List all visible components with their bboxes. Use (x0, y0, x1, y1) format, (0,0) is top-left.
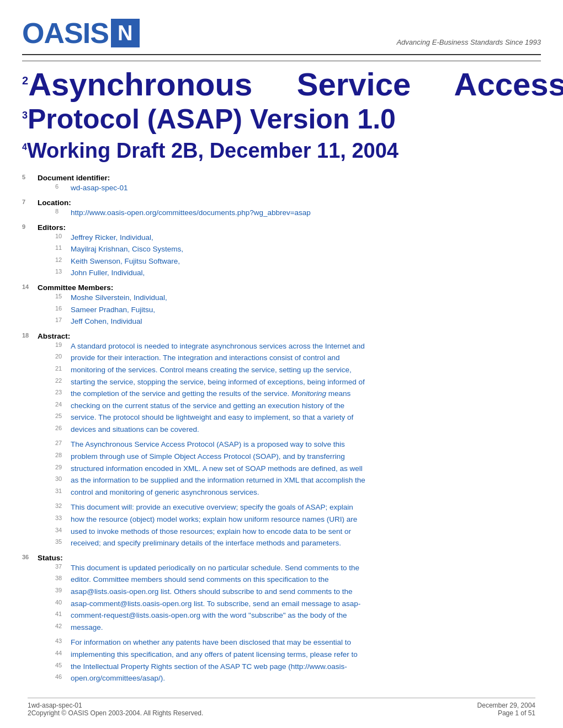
status-line: 40asap-comment@lists.oasis-open.org list… (55, 598, 541, 610)
abstract-line: 30as the information to be supplied and … (55, 474, 541, 486)
footer-page: Page 1 of 51 (477, 709, 535, 717)
line-num-committee: 15 (55, 292, 71, 304)
editor-item: 13John Fuller, Individual, (55, 267, 541, 279)
line-num-abstract: 32 (55, 501, 71, 513)
line-num-3: 3 (22, 110, 28, 121)
doc-identifier-value: 6 wd-asap-spec-01 (22, 182, 541, 194)
sub-title: 3Protocol (ASAP) Version 1.0 (22, 105, 541, 134)
location-row: 8 http://www.oasis-open.org/committees/d… (55, 207, 541, 219)
line-num-editor: 10 (55, 232, 71, 244)
abstract-line: 27The Asynchronous Service Access Protoc… (55, 438, 541, 451)
committee-list: 15Moshe Silverstein, Individual,16Sameer… (22, 292, 541, 328)
abstract-line: 29structured information encoded in XML.… (55, 463, 541, 475)
editors-label: 9Editors: (22, 223, 541, 232)
line-num-abstract: 33 (55, 513, 71, 526)
editors-section: 9Editors: 10Jeffrey Ricker, Individual, … (22, 223, 541, 279)
location-section: 7Location: 8 http://www.oasis-open.org/c… (22, 199, 541, 219)
status-line: 38editor. Committee members should send … (55, 574, 541, 586)
doc-identifier-section: 5Document identifier: 6 wd-asap-spec-01 (22, 174, 541, 194)
editor-item: 10Jeffrey Ricker, Individual, (55, 232, 541, 244)
line-num-14: 14 (22, 283, 38, 290)
abstract-line: 33how the resource (object) model works;… (55, 513, 541, 526)
abstract-line: 22starting the service, stopping the ser… (55, 376, 541, 388)
editor-item: 11Mayilraj Krishnan, Cisco Systems, (55, 243, 541, 255)
footer-doc-id: 1wd-asap-spec-01 (28, 702, 203, 709)
working-draft-title: 4Working Draft 2B, December 11, 2004 (22, 139, 541, 163)
abstract-line: 19A standard protocol is needed to integ… (55, 340, 541, 352)
line-num-status: 43 (55, 636, 71, 649)
line-num-status: 40 (55, 598, 71, 610)
page-header: OASIS N Advancing E-Business Standards S… (22, 17, 541, 55)
line-num-editor: 13 (55, 267, 71, 279)
line-num-abstract: 30 (55, 474, 71, 486)
committee-label: 14Committee Members: (22, 283, 541, 292)
line-num-status: 46 (55, 672, 71, 684)
status-label: 36Status: (22, 554, 541, 562)
doc-identifier-label: 5Document identifier: (22, 174, 541, 182)
logo-symbol: N (111, 19, 140, 47)
committee-item: 16Sameer Pradhan, Fujitsu, (55, 304, 541, 316)
line-num-8: 8 (55, 207, 71, 219)
doc-identifier-row: 6 wd-asap-spec-01 (55, 182, 541, 194)
line-num-abstract: 27 (55, 438, 71, 451)
committee-item: 15Moshe Silverstein, Individual, (55, 292, 541, 304)
line-num-abstract: 24 (55, 400, 71, 412)
line-num-6: 6 (55, 182, 71, 194)
status-content: 37This document is updated periodically … (22, 562, 541, 684)
abstract-line: 32This document will: provide an executi… (55, 501, 541, 513)
footer-copyright: 2Copyright © OASIS Open 2003-2004. All R… (28, 709, 203, 717)
abstract-line: 24checking on the current status of the … (55, 400, 541, 412)
line-num-abstract: 26 (55, 424, 71, 436)
footer-left: 1wd-asap-spec-01 2Copyright © OASIS Open… (28, 702, 203, 717)
line-num-editor: 12 (55, 255, 71, 267)
abstract-paragraph: 27The Asynchronous Service Access Protoc… (55, 438, 541, 498)
line-num-status: 37 (55, 562, 71, 574)
line-num-abstract: 19 (55, 340, 71, 352)
status-line: 46open.org/committees/asap/). (55, 672, 541, 684)
logo: OASIS N (22, 17, 140, 50)
line-num-2: 2 (22, 74, 28, 87)
abstract-paragraph: 19A standard protocol is needed to integ… (55, 340, 541, 436)
abstract-line: 34used to invoke methods of those resour… (55, 526, 541, 538)
status-line: 44implementing this specification, and a… (55, 649, 541, 661)
line-num-status: 41 (55, 609, 71, 622)
main-title: 2Asynchronous Service Access (22, 68, 541, 101)
logo-text: OASIS (22, 17, 109, 50)
line-num-abstract: 22 (55, 376, 71, 388)
header-rule (22, 61, 541, 61)
footer-right: December 29, 2004 Page 1 of 51 (477, 702, 535, 717)
abstract-line: 35received; and specify preliminary deta… (55, 537, 541, 549)
line-num-4: 4 (22, 143, 27, 152)
status-line: 41comment-request@lists.oasis-open.org w… (55, 609, 541, 622)
line-num-abstract: 25 (55, 411, 71, 424)
line-num-status: 39 (55, 586, 71, 598)
line-num-abstract: 34 (55, 526, 71, 538)
abstract-line: 31control and monitoring of generic asyn… (55, 486, 541, 499)
line-num-status: 44 (55, 649, 71, 661)
line-num-abstract: 29 (55, 463, 71, 475)
committee-section: 14Committee Members: 15Moshe Silverstein… (22, 283, 541, 328)
abstract-line: 21monitoring of the services. Control me… (55, 364, 541, 376)
abstract-line: 23the completion of the service and gett… (55, 388, 541, 400)
editor-item: 12Keith Swenson, Fujitsu Software, (55, 255, 541, 267)
status-paragraph: 37This document is updated periodically … (55, 562, 541, 634)
status-line: 37This document is updated periodically … (55, 562, 541, 574)
footer-date: December 29, 2004 (477, 702, 535, 709)
abstract-line: 20provide for their interaction. The int… (55, 352, 541, 364)
line-num-36: 36 (22, 554, 38, 560)
abstract-line: 25service. The protocol should be lightw… (55, 411, 541, 424)
abstract-line: 26devices and situations can be covered. (55, 424, 541, 436)
line-num-committee: 16 (55, 304, 71, 316)
location-label: 7Location: (22, 199, 541, 207)
line-num-abstract: 23 (55, 388, 71, 400)
status-section: 36Status: 37This document is updated per… (22, 554, 541, 684)
status-paragraph: 43For information on whether any patents… (55, 636, 541, 684)
line-num-abstract: 20 (55, 352, 71, 364)
abstract-content: 19A standard protocol is needed to integ… (22, 340, 541, 549)
abstract-line: 28problem through use of Simple Object A… (55, 451, 541, 463)
abstract-paragraph: 32This document will: provide an executi… (55, 501, 541, 549)
line-num-5: 5 (22, 174, 38, 180)
line-num-7: 7 (22, 199, 38, 205)
status-line: 45the Intellectual Property Rights secti… (55, 661, 541, 673)
line-num-18: 18 (22, 332, 38, 339)
